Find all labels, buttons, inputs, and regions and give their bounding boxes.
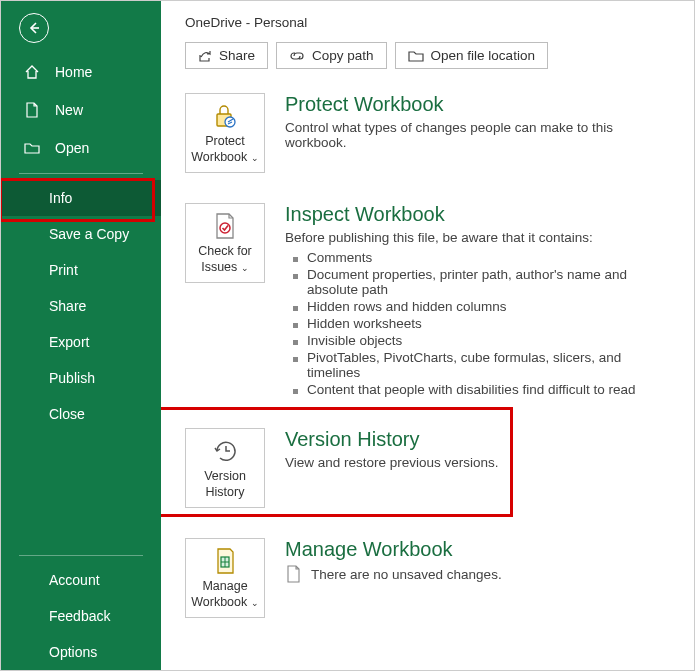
section-version: Version History Version History View and… (185, 428, 684, 508)
nav-new-label: New (55, 102, 83, 118)
svg-point-1 (225, 117, 235, 127)
folder-icon (408, 49, 424, 62)
nav-home[interactable]: Home (1, 53, 161, 91)
nav-print[interactable]: Print (1, 252, 161, 288)
version-card-label: Version History (188, 469, 262, 500)
version-title: Version History (285, 428, 678, 451)
nav-options-label: Options (49, 644, 97, 660)
nav-options[interactable]: Options (1, 634, 161, 670)
manage-title: Manage Workbook (285, 538, 678, 561)
list-item: Comments (285, 249, 678, 266)
nav-publish-label: Publish (49, 370, 95, 386)
nav-save-copy[interactable]: Save a Copy (1, 216, 161, 252)
check-issues-label: Check for Issues ⌄ (188, 244, 262, 275)
version-history-card[interactable]: Version History (185, 428, 265, 508)
nav-save-copy-label: Save a Copy (49, 226, 129, 242)
manage-desc-row: There are no unsaved changes. (285, 565, 678, 583)
share-label: Share (219, 48, 255, 63)
toolbar: Share Copy path Open file location (185, 42, 684, 69)
arrow-left-icon (27, 21, 41, 35)
back-button[interactable] (19, 13, 49, 43)
history-icon (210, 436, 240, 466)
backstage-sidebar: Home New Open Info Save a Copy Print Sha… (1, 1, 161, 670)
workbook-icon (210, 546, 240, 576)
doc-icon (285, 565, 301, 583)
list-item: Hidden rows and hidden columns (285, 298, 678, 315)
nav-print-label: Print (49, 262, 78, 278)
new-icon (23, 101, 41, 119)
separator (19, 173, 143, 174)
list-item: Invisible objects (285, 332, 678, 349)
nav-open[interactable]: Open (1, 129, 161, 167)
list-item: Document properties, printer path, autho… (285, 266, 678, 298)
protect-desc: Control what types of changes people can… (285, 120, 678, 150)
nav-new[interactable]: New (1, 91, 161, 129)
share-button[interactable]: Share (185, 42, 268, 69)
inspect-list: Comments Document properties, printer pa… (285, 249, 678, 398)
list-item: PivotTables, PivotCharts, cube formulas,… (285, 349, 678, 381)
nav-account[interactable]: Account (1, 562, 161, 598)
version-desc: View and restore previous versions. (285, 455, 678, 470)
nav-feedback-label: Feedback (49, 608, 110, 624)
section-manage: Manage Workbook ⌄ Manage Workbook There … (185, 538, 684, 618)
manage-desc: There are no unsaved changes. (311, 567, 502, 582)
copy-path-label: Copy path (312, 48, 374, 63)
open-icon (23, 139, 41, 157)
section-inspect: Check for Issues ⌄ Inspect Workbook Befo… (185, 203, 684, 398)
nav-close[interactable]: Close (1, 396, 161, 432)
nav-export-label: Export (49, 334, 89, 350)
content-area: OneDrive - Personal Share Copy path Open… (161, 1, 694, 670)
nav-share-label: Share (49, 298, 86, 314)
separator (19, 555, 143, 556)
section-protect: Protect Workbook ⌄ Protect Workbook Cont… (185, 93, 684, 173)
nav-info-label: Info (49, 190, 72, 206)
protect-card-label: Protect Workbook ⌄ (188, 134, 262, 165)
nav-share[interactable]: Share (1, 288, 161, 324)
inspect-title: Inspect Workbook (285, 203, 678, 226)
nav-info[interactable]: Info (1, 180, 161, 216)
list-item: Content that people with disabilities fi… (285, 381, 678, 398)
check-issues-card[interactable]: Check for Issues ⌄ (185, 203, 265, 283)
manage-workbook-card[interactable]: Manage Workbook ⌄ (185, 538, 265, 618)
protect-title: Protect Workbook (285, 93, 678, 116)
copy-path-button[interactable]: Copy path (276, 42, 387, 69)
open-location-label: Open file location (431, 48, 535, 63)
check-doc-icon (210, 211, 240, 241)
lock-icon (210, 101, 240, 131)
nav-feedback[interactable]: Feedback (1, 598, 161, 634)
nav-export[interactable]: Export (1, 324, 161, 360)
link-icon (289, 50, 305, 62)
nav-account-label: Account (49, 572, 100, 588)
nav-publish[interactable]: Publish (1, 360, 161, 396)
manage-card-label: Manage Workbook ⌄ (188, 579, 262, 610)
nav-home-label: Home (55, 64, 92, 80)
location-path: OneDrive - Personal (185, 15, 684, 30)
inspect-intro: Before publishing this file, be aware th… (285, 230, 678, 245)
share-icon (198, 49, 212, 63)
protect-workbook-card[interactable]: Protect Workbook ⌄ (185, 93, 265, 173)
list-item: Hidden worksheets (285, 315, 678, 332)
nav-open-label: Open (55, 140, 89, 156)
home-icon (23, 63, 41, 81)
open-location-button[interactable]: Open file location (395, 42, 548, 69)
nav-close-label: Close (49, 406, 85, 422)
